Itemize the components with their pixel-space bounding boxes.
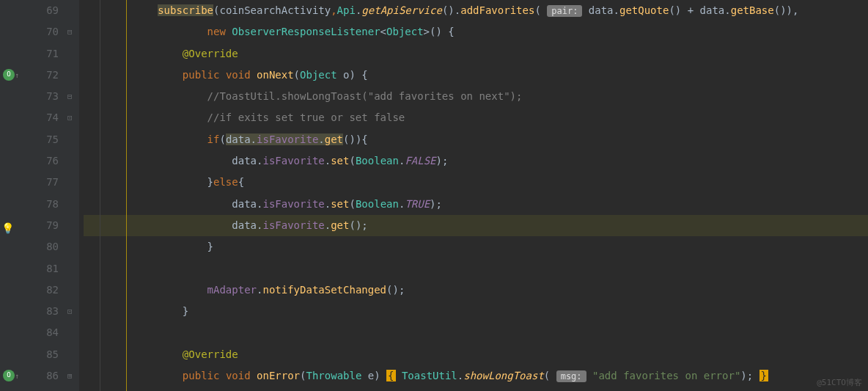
indent-guide bbox=[100, 150, 100, 172]
line-number: 80 bbox=[21, 236, 59, 257]
code-line[interactable]: subscribe(coinSearchActivity,Api.getApiS… bbox=[84, 0, 868, 21]
code-line[interactable]: } bbox=[84, 236, 868, 257]
token: . bbox=[325, 155, 331, 167]
code-content: @Override bbox=[84, 48, 238, 59]
code-content: //if exits set true or set false bbox=[84, 112, 405, 123]
token: isFavorite bbox=[262, 198, 324, 210]
override-arrow-icon: ↑ bbox=[15, 365, 19, 387]
token: FALSE bbox=[405, 155, 435, 167]
code-line[interactable]: data.isFavorite.set(Boolean.TRUE); bbox=[84, 194, 868, 215]
badge-slot bbox=[0, 194, 21, 215]
badge-slot bbox=[0, 301, 21, 322]
token: ()){ bbox=[343, 134, 368, 145]
token: onNext bbox=[257, 69, 294, 81]
token: "add favorites on error" bbox=[592, 370, 740, 381]
indent-guide-active bbox=[126, 387, 127, 391]
code-line[interactable]: @Override bbox=[84, 344, 868, 365]
token: subscribe bbox=[158, 4, 213, 16]
line-number: 73 bbox=[21, 86, 59, 107]
indent-guide-active bbox=[126, 129, 127, 150]
fold-marker-icon[interactable]: ⊟ bbox=[67, 86, 73, 107]
indent-guide bbox=[100, 215, 100, 236]
badge-slot: 💡 bbox=[0, 215, 21, 236]
badge-slot bbox=[0, 150, 21, 172]
indent-guide-active bbox=[126, 365, 127, 387]
token: ToastUtil bbox=[402, 370, 457, 381]
code-line[interactable]: //ToastUtil.showLongToast("add favorites… bbox=[84, 86, 868, 107]
indent-guide-active bbox=[126, 194, 127, 215]
fold-slot bbox=[65, 322, 79, 343]
token: isFavorite bbox=[257, 134, 318, 145]
token: ( bbox=[219, 134, 225, 145]
code-line[interactable]: //if exits set true or set false bbox=[84, 107, 868, 128]
indent-guide bbox=[100, 344, 100, 365]
token: < bbox=[380, 26, 386, 37]
indent-guide-active bbox=[126, 65, 127, 86]
override-badge-icon[interactable]: O bbox=[3, 370, 15, 381]
code-editor[interactable]: O↑💡O↑ 6970717273747576777879808182838485… bbox=[0, 0, 868, 391]
token: ObserverResponseListener bbox=[232, 26, 380, 37]
code-line[interactable]: }, coinSearchActivity.bindToLifecycle())… bbox=[84, 387, 868, 391]
token: . bbox=[251, 134, 257, 145]
indent-guide-active bbox=[126, 43, 127, 65]
fold-marker-icon[interactable]: ⊟ bbox=[67, 21, 73, 43]
fold-slot bbox=[65, 129, 79, 150]
code-line[interactable]: public void onNext(Object o) { bbox=[84, 65, 868, 86]
code-area[interactable]: subscribe(coinSearchActivity,Api.getApiS… bbox=[79, 0, 868, 391]
fold-marker-icon[interactable]: ⊡ bbox=[67, 387, 73, 391]
token: onError bbox=[257, 370, 300, 381]
fold-slot bbox=[65, 258, 79, 279]
fold-marker-icon[interactable]: ⊡ bbox=[67, 301, 73, 322]
indent-guide-active bbox=[126, 236, 127, 257]
token: Boolean bbox=[356, 198, 399, 210]
code-content: subscribe(coinSearchActivity,Api.getApiS… bbox=[84, 4, 798, 16]
token: ( bbox=[349, 198, 355, 210]
fold-marker-icon[interactable]: ⊡ bbox=[67, 107, 73, 128]
code-line[interactable]: public void onError(Throwable e) { Toast… bbox=[84, 365, 868, 387]
token: ()), bbox=[774, 4, 799, 16]
code-content: } bbox=[84, 241, 213, 252]
code-content: new ObserverResponseListener<Object>() { bbox=[84, 26, 455, 37]
code-content: @Override bbox=[84, 348, 238, 360]
badge-slot: O↑ bbox=[0, 65, 21, 86]
code-line[interactable]: data.isFavorite.get(); bbox=[84, 215, 868, 236]
token: . bbox=[457, 370, 463, 381]
indent-guide-active bbox=[126, 301, 127, 322]
badge-slot: O↑ bbox=[0, 365, 21, 387]
indent-guide bbox=[100, 129, 100, 150]
code-line[interactable]: } bbox=[84, 301, 868, 322]
token: ( bbox=[349, 155, 355, 167]
badge-slot bbox=[0, 322, 21, 343]
code-line[interactable]: mAdapter.notifyDataSetChanged(); bbox=[84, 279, 868, 301]
code-line[interactable]: data.isFavorite.set(Boolean.FALSE); bbox=[84, 150, 868, 172]
token: (); bbox=[349, 219, 367, 231]
token: . bbox=[614, 4, 619, 16]
token: set bbox=[331, 155, 349, 167]
fold-marker-icon[interactable]: ⊞ bbox=[67, 365, 73, 387]
token: data bbox=[232, 155, 257, 167]
badge-gutter: O↑💡O↑ bbox=[0, 0, 21, 391]
line-number: 76 bbox=[21, 150, 59, 172]
indent-guide bbox=[100, 387, 100, 391]
code-line[interactable]: @Override bbox=[84, 43, 868, 65]
code-line[interactable] bbox=[84, 322, 868, 343]
code-line[interactable]: new ObserverResponseListener<Object>() { bbox=[84, 21, 868, 43]
indent-guide-active bbox=[126, 172, 127, 193]
code-line[interactable]: }else{ bbox=[84, 172, 868, 193]
code-content: //ToastUtil.showLongToast("add favorites… bbox=[84, 90, 522, 102]
code-line[interactable] bbox=[84, 258, 868, 279]
fold-slot: ⊟ bbox=[65, 21, 79, 43]
code-line[interactable]: if(data.isFavorite.get()){ bbox=[84, 129, 868, 150]
token: else bbox=[213, 176, 238, 188]
token: } bbox=[207, 241, 213, 252]
fold-slot bbox=[65, 65, 79, 86]
override-badge-icon[interactable]: O bbox=[3, 69, 15, 81]
indent-guide-active bbox=[126, 0, 127, 21]
token: data bbox=[232, 198, 257, 210]
badge-slot bbox=[0, 21, 21, 43]
fold-slot bbox=[65, 172, 79, 193]
fold-slot bbox=[65, 194, 79, 215]
token: public bbox=[183, 69, 226, 81]
token: isFavorite bbox=[262, 219, 324, 231]
token: data bbox=[226, 134, 251, 145]
